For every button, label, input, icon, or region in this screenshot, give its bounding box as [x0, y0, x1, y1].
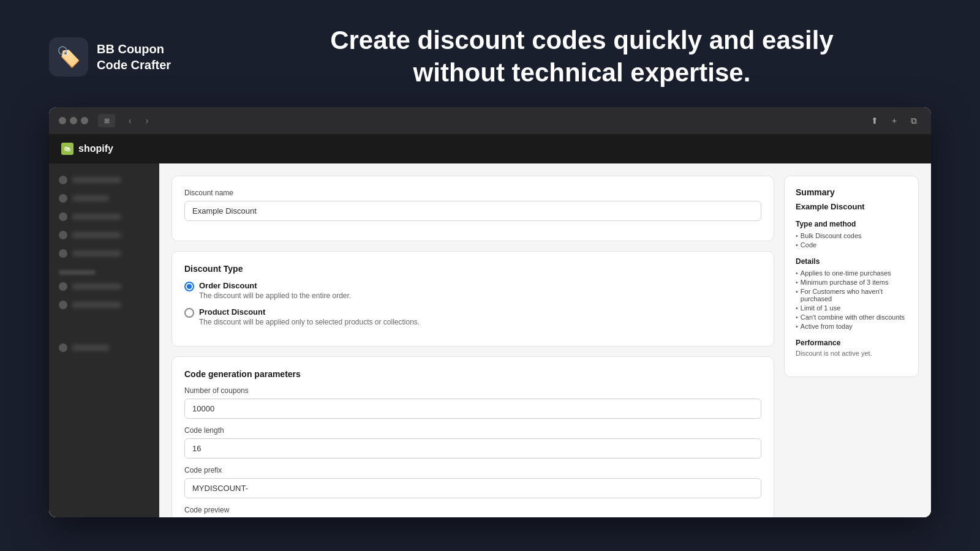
sidebar-dot-6	[59, 282, 67, 291]
sidebar-label-3	[72, 214, 121, 220]
logo-text: BB Coupon Code Crafter	[97, 41, 171, 73]
back-button[interactable]: ‹	[123, 114, 137, 127]
sidebar-label-5	[72, 250, 121, 257]
sidebar-dot-bottom	[59, 343, 67, 352]
discount-name-card: Discount name	[172, 176, 774, 241]
summary-type-method-title: Type and method	[796, 220, 907, 228]
shopify-bag-icon: 🛍	[61, 143, 74, 155]
summary-detail-6: Active from today	[796, 323, 907, 330]
order-discount-label: Order Discount	[199, 281, 351, 290]
summary-performance: Performance Discount is not active yet.	[796, 339, 907, 357]
summary-detail-2: Minimum purchase of 3 items	[796, 279, 907, 286]
summary-panel: Summary Example Discount Type and method…	[784, 176, 919, 505]
discount-name-label: Discount name	[184, 189, 761, 197]
code-length-input[interactable]	[184, 438, 761, 459]
code-prefix-label: Code prefix	[184, 466, 761, 474]
num-coupons-label: Number of coupons	[184, 386, 761, 395]
main-content: Discount name Discount Type Order Discou…	[49, 163, 931, 517]
summary-detail-5: Can't combine with other discounts	[796, 313, 907, 321]
summary-detail-3: For Customers who haven't purchased	[796, 288, 907, 302]
shopify-brand-text: shopify	[78, 143, 113, 154]
sidebar-dot-7	[59, 301, 67, 309]
num-coupons-input[interactable]	[184, 399, 761, 419]
code-length-label: Code length	[184, 426, 761, 435]
summary-card: Summary Example Discount Type and method…	[784, 176, 919, 377]
summary-details: Details Applies to one-time purchases Mi…	[796, 257, 907, 330]
browser-actions: ⬆ + ⧉	[867, 113, 921, 128]
sidebar-label-4	[72, 232, 121, 238]
dot-red	[59, 117, 66, 124]
browser-nav: ‹ ›	[123, 114, 154, 127]
sidebar	[49, 163, 159, 517]
product-discount-label: Product Discount	[199, 307, 420, 317]
sidebar-item-7[interactable]	[49, 296, 159, 314]
code-preview-group: Code preview	[184, 506, 761, 514]
sidebar-section-title	[59, 270, 96, 275]
summary-title: Summary	[796, 187, 907, 197]
sidebar-dot-4	[59, 231, 67, 239]
product-discount-option[interactable]: Product Discount The discount will be ap…	[184, 307, 761, 326]
form-area: Discount name Discount Type Order Discou…	[172, 176, 774, 505]
summary-type-item-1: Bulk Discount codes	[796, 232, 907, 239]
dot-yellow	[70, 117, 77, 124]
summary-detail-4: Limit of 1 use	[796, 304, 907, 312]
summary-detail-1: Applies to one-time purchases	[796, 269, 907, 277]
order-discount-option[interactable]: Order Discount The discount will be appl…	[184, 281, 761, 300]
dot-green	[81, 117, 88, 124]
shopify-navbar: 🛍 shopify	[49, 134, 931, 163]
new-tab-button[interactable]: +	[887, 113, 902, 128]
sidebar-label-bottom	[72, 345, 109, 351]
logo-icon: 🏷️	[49, 37, 88, 77]
summary-discount-name: Example Discount	[796, 202, 907, 211]
sidebar-item-4[interactable]	[49, 226, 159, 244]
sidebar-label-2	[72, 195, 109, 201]
browser-controls: ⊞	[98, 114, 115, 127]
num-coupons-group: Number of coupons	[184, 386, 761, 419]
sidebar-item-2[interactable]	[49, 189, 159, 208]
sidebar-label-6	[72, 283, 121, 290]
sidebar-item-1[interactable]	[49, 171, 159, 189]
product-discount-desc: The discount will be applied only to sel…	[199, 318, 420, 326]
copy-button[interactable]: ⧉	[907, 113, 921, 128]
sidebar-item-6[interactable]	[49, 277, 159, 296]
sidebar-item-3[interactable]	[49, 208, 159, 226]
summary-details-list: Applies to one-time purchases Minimum pu…	[796, 269, 907, 330]
code-gen-card: Code generation parameters Number of cou…	[172, 356, 774, 517]
summary-type-method-list: Bulk Discount codes Code	[796, 232, 907, 249]
code-prefix-input[interactable]	[184, 478, 761, 498]
sidebar-dot-3	[59, 212, 67, 221]
sidebar-item-bottom[interactable]	[49, 339, 159, 357]
tab-switcher-btn[interactable]: ⊞	[98, 114, 115, 127]
discount-name-group: Discount name	[184, 189, 761, 221]
forward-button[interactable]: ›	[140, 114, 154, 127]
summary-details-title: Details	[796, 257, 907, 266]
share-button[interactable]: ⬆	[867, 113, 882, 128]
sidebar-dot-1	[59, 176, 67, 184]
sidebar-dot-2	[59, 194, 67, 203]
summary-type-item-2: Code	[796, 241, 907, 249]
code-prefix-group: Code prefix	[184, 466, 761, 498]
header: 🏷️ BB Coupon Code Crafter Create discoun…	[0, 0, 980, 107]
discount-type-title: Discount Type	[184, 264, 761, 274]
sidebar-item-5[interactable]	[49, 244, 159, 263]
browser-chrome: ⊞ ‹ › ⬆ + ⧉	[49, 107, 931, 134]
product-discount-text: Product Discount The discount will be ap…	[199, 307, 420, 326]
hero-text: Create discount codes quickly and easily…	[233, 24, 931, 89]
order-discount-radio[interactable]	[184, 282, 194, 291]
discount-name-input[interactable]	[184, 201, 761, 221]
discount-type-card: Discount Type Order Discount The discoun…	[172, 251, 774, 347]
browser-dots	[59, 117, 88, 124]
sidebar-label-1	[72, 177, 121, 183]
product-discount-radio[interactable]	[184, 308, 194, 318]
order-discount-desc: The discount will be applied to the enti…	[199, 291, 351, 300]
code-length-group: Code length	[184, 426, 761, 459]
page-content: Discount name Discount Type Order Discou…	[159, 163, 931, 517]
order-discount-text: Order Discount The discount will be appl…	[199, 281, 351, 300]
sidebar-label-7	[72, 302, 121, 308]
code-preview-label: Code preview	[184, 506, 761, 514]
shopify-logo: 🛍 shopify	[61, 143, 113, 155]
code-gen-title: Code generation parameters	[184, 369, 761, 379]
browser-window: ⊞ ‹ › ⬆ + ⧉ 🛍 shopify	[49, 107, 931, 517]
summary-performance-title: Performance	[796, 339, 907, 347]
summary-performance-text: Discount is not active yet.	[796, 350, 907, 357]
